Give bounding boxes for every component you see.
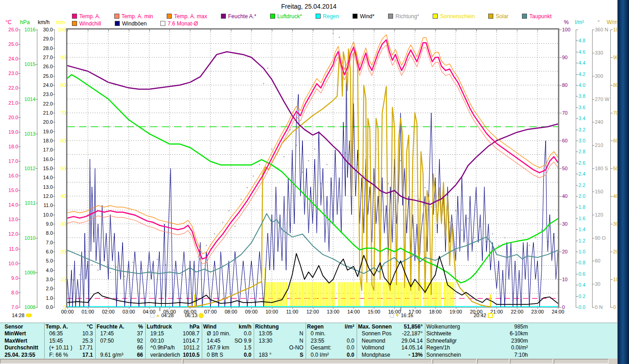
hour-tick-bottom [67,307,68,309]
axis-tick-label: 30 [595,281,610,287]
axis-tick-label: 16.0 [0,173,18,178]
hour-tick-top [353,30,354,31]
legend-item-feuchte-a[interactable]: Feuchte A.* [221,13,256,20]
legend-item-label: Richtung* [395,13,419,20]
legend-item-taupunkt[interactable]: Taupunkt [522,13,552,20]
axis-tick-label: 50 [54,166,66,171]
hour-tick-bottom [231,307,231,309]
legend-item-temp-a-max[interactable]: Temp. A. max [167,13,207,20]
legend-item-temp-a-min[interactable]: Temp. A. min [114,13,153,20]
axis-tick-label: 24.0 [0,56,18,61]
hour-tick-bottom [210,307,211,309]
axis-tick-label: 7.0 [0,304,18,310]
table-cell-value: S [297,352,303,359]
axis-tick [53,261,55,261]
axis-tick [18,103,20,103]
table-cell-label: 19:15 [147,330,164,337]
hour-tick-top [292,30,293,31]
axis-tick [559,252,562,252]
table-row: 0 min. [307,330,354,337]
axis-tick-label: 10 [54,277,66,282]
axis-tick-label: 210 [595,142,610,148]
table-cell-value: 17.71 [77,344,93,351]
table-cell-value: 7:10h [511,352,528,359]
table-row: Gesamt:0.0 [307,344,354,351]
axis-tick [53,150,55,150]
table-cell-value: 0.0 [241,330,251,337]
legend-color-icon [388,14,393,19]
axis-tick [18,263,20,264]
legend-item-wind[interactable]: Wind* [353,13,374,20]
axis-tick [592,30,594,30]
axis-tick-label: 1.0 [578,249,590,254]
axis-tick-label: 40 [562,193,574,199]
axis-tick-label: 0.6 [578,271,590,277]
table-cell-value: 66 [134,352,143,359]
hour-tick-bottom [353,307,354,309]
table-cell-label: 06:35 [46,330,63,337]
table-row: 183 °S [255,352,303,359]
axis-tick [559,224,562,224]
status-bar [0,359,618,364]
astro-marker-04-28: ▲04:28 [150,313,174,318]
table-row: Sensor [5,324,42,330]
table-row: Max. Sonnen51,856° [358,324,423,330]
axis-tick [18,293,20,293]
legend-item-windb-en[interactable]: Windböen [115,20,147,27]
table-row: Regenl/m² [307,324,354,330]
table-row: 13:30N [255,338,303,344]
arrow-icon: ▼ [395,313,399,318]
hour-tick-bottom [456,307,456,309]
axis-tick-label: 14.0 [36,175,53,180]
axis-tick-label: 30.0 [36,27,53,32]
legend-item-7-6-monat[interactable]: 7.6 Monat-Ø [160,20,198,27]
axis-tick [576,52,578,52]
legend-item-windchill[interactable]: Windchill [72,20,101,27]
axis-tick-label: 3.0 [578,138,590,143]
axis-tick [610,168,613,169]
hour-tick-top [456,30,456,31]
axis-tick [576,96,578,96]
axis-tick-label: 22.0 [36,101,53,106]
axis-tick-label: 13.0 [36,184,53,190]
plot-area[interactable] [67,30,558,307]
axis-tick [53,270,55,271]
legend-item-richtung[interactable]: Richtung* [388,13,419,20]
axis-tick [53,215,55,215]
legend-item-luftdruck[interactable]: Luftdruck* [270,13,302,20]
axis-tick-label: 23.0 [36,91,53,97]
legend-item-solar[interactable]: Solar [488,13,508,20]
axis-tick-label: 360 N [595,27,610,32]
table-cell-value: 25.3 [80,338,93,344]
table-column-7: Max. Sonnen51,856°Sonnen Pos-22,187°Neum… [357,323,425,359]
hour-tick-bottom [169,307,170,309]
axis-tick-label: 3.2 [578,127,590,132]
axis-tick-label: 3.8 [578,93,590,99]
axis-tick-label: 24.0 [36,82,53,88]
table-row: Neumond29.04.14 [358,338,423,344]
x-axis-tick-label: 11:00 [282,309,302,314]
axis-tick-label: 100 [54,27,66,32]
legend-item-label: Windchill [79,20,101,27]
axis-tick-label: 6.0 [36,249,53,254]
axis-tick-label: 80 [54,82,66,88]
legend-item-sonnenschein[interactable]: Sonnenschein [433,13,475,20]
table-cell-value: N [297,338,303,344]
hour-tick-top [517,30,517,31]
axis-tick [18,44,20,45]
axis-tick [53,177,55,178]
x-axis-tick-label: 23:00 [527,309,547,314]
hour-tick-bottom [537,307,538,309]
table-cell-label: Neumond [358,338,385,344]
legend-item-temp-a[interactable]: Temp. A. [72,13,101,20]
axis-tick-label: 3.4 [578,116,590,121]
table-column-0: SensorMinWertMaxWertDurchschnitt25.04. 2… [4,323,45,359]
status-bar-segment-3 [477,359,509,364]
axis-tick-label: 8.0 [0,290,18,295]
legend-item-regen[interactable]: Regen [316,13,339,20]
axis-tick-label: 80 [562,82,574,88]
table-cell-label: Temp. A. [46,324,68,330]
table-cell-label: (+ 10.11 ) [46,344,72,351]
status-bar-segment-0 [0,359,182,364]
axis-tick [610,252,613,252]
